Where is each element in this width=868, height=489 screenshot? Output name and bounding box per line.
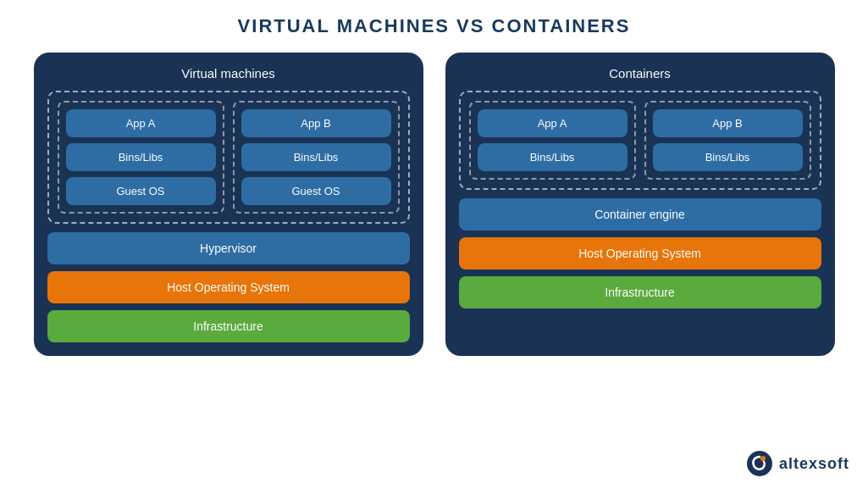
vm-dashed-area: App A Bins/Libs Guest OS App B Bins/Libs… (47, 91, 410, 224)
containers-col1-bins: Bins/Libs (478, 143, 628, 171)
vm-col1-bins: Bins/Libs (66, 143, 216, 171)
containers-col1: App A Bins/Libs (469, 101, 636, 180)
altexsoft-logo-icon (746, 450, 773, 477)
containers-infra-layer: Infrastructure (459, 276, 821, 308)
containers-engine-layer: Container engine (459, 198, 821, 231)
logo-area: altexsoft (746, 450, 849, 477)
page-title: VIRTUAL MACHINES VS CONTAINERS (238, 15, 631, 37)
vm-col1: App A Bins/Libs Guest OS (58, 101, 224, 214)
containers-col2-bins: Bins/Libs (653, 143, 803, 171)
vm-col1-app: App A (66, 109, 216, 137)
vm-col1-guest-os: Guest OS (66, 177, 216, 205)
containers-col2-app: App B (653, 109, 803, 137)
containers-dashed-area: App A Bins/Libs App B Bins/Libs (459, 91, 821, 190)
vm-diagram-title: Virtual machines (47, 66, 410, 81)
vm-infra-layer: Infrastructure (47, 310, 410, 342)
logo-text: altexsoft (779, 455, 849, 473)
containers-col2: App B Bins/Libs (644, 101, 811, 180)
containers-diagram-title: Containers (459, 66, 821, 81)
containers-host-os-layer: Host Operating System (459, 237, 821, 270)
svg-point-0 (747, 451, 772, 476)
vm-diagram: Virtual machines App A Bins/Libs Guest O… (34, 53, 423, 356)
vm-hypervisor-layer: Hypervisor (47, 232, 410, 264)
containers-diagram: Containers App A Bins/Libs App B Bins/Li… (445, 53, 835, 356)
vm-col2-bins: Bins/Libs (241, 143, 391, 171)
vm-host-os-layer: Host Operating System (47, 271, 410, 303)
vm-col2-guest-os: Guest OS (241, 177, 391, 205)
svg-point-1 (760, 456, 766, 461)
containers-col1-app: App A (478, 109, 628, 137)
vm-col2-app: App B (241, 109, 391, 137)
diagrams-container: Virtual machines App A Bins/Libs Guest O… (17, 53, 851, 356)
vm-col2: App B Bins/Libs Guest OS (233, 101, 400, 214)
